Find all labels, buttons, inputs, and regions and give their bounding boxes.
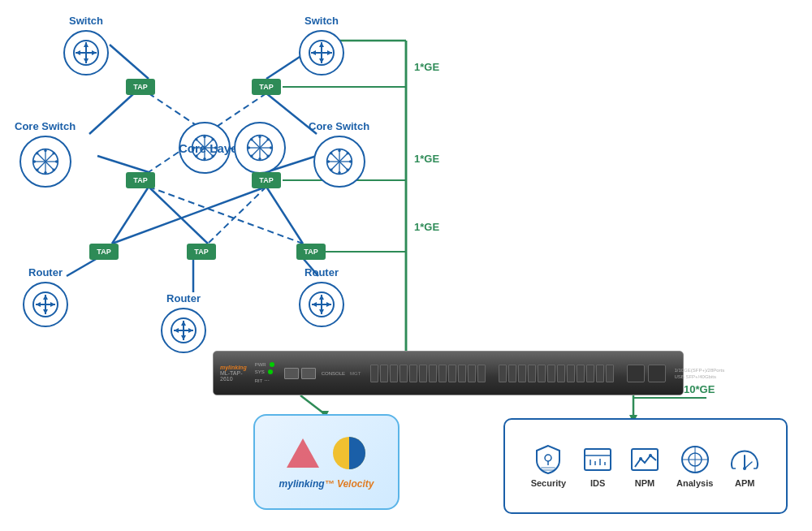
svg-line-26	[300, 395, 325, 414]
switch-right-icon	[299, 30, 344, 76]
rj45-ports	[284, 368, 316, 379]
sfp-port	[438, 365, 447, 382]
sfp-port	[429, 365, 437, 382]
svg-point-91	[248, 146, 250, 149]
port-labels: 1/10GE(SFP+)/28Ports USB SFP+/40Gbits	[674, 368, 724, 379]
svg-point-89	[258, 136, 261, 138]
svg-line-24	[149, 187, 303, 244]
tool-security: Security	[531, 444, 566, 488]
tap5: TAP	[89, 244, 119, 260]
router-left-label: Router	[28, 266, 63, 278]
tap4: TAP	[252, 172, 281, 188]
ge-label-3: 1*GE	[414, 221, 439, 233]
core-layer-node: Core Layer	[179, 122, 286, 174]
sfp-port	[577, 365, 585, 382]
svg-point-96	[250, 155, 253, 158]
switch-left-node: Switch	[63, 15, 109, 76]
sfp-port	[528, 365, 536, 382]
velocity-icons	[285, 435, 368, 472]
svg-point-52	[32, 160, 35, 162]
sfp-port	[547, 365, 555, 382]
sfp-port	[499, 365, 507, 382]
svg-point-63	[338, 149, 340, 152]
apm-icon	[729, 444, 760, 475]
ge-label-2: 1*GE	[414, 153, 439, 165]
svg-point-70	[330, 169, 332, 171]
sfp-port	[409, 365, 417, 382]
apm-label: APM	[735, 478, 754, 488]
svg-point-57	[36, 169, 38, 171]
svg-point-56	[52, 152, 54, 154]
svg-line-16	[149, 187, 208, 244]
mgt-label: MGT	[350, 371, 361, 376]
svg-line-13	[97, 156, 149, 172]
velocity-box: mylinking™ Velocity	[253, 414, 400, 510]
svg-point-64	[338, 171, 340, 174]
sfp-port	[400, 365, 408, 382]
tool-apm: APM	[729, 444, 760, 488]
svg-point-94	[267, 155, 270, 158]
svg-point-53	[54, 160, 57, 162]
tap3: TAP	[126, 172, 155, 188]
npm-label: NPM	[635, 478, 654, 488]
svg-line-17	[112, 187, 266, 244]
core-layer-label: Core Layer	[179, 141, 242, 155]
router-center-node: Router	[161, 292, 206, 353]
router-center-label: Router	[166, 292, 201, 304]
sfp-port	[458, 365, 466, 382]
router-right-label: Router	[304, 266, 339, 278]
port-label-bottom: USB SFP+/40Gbits	[674, 374, 724, 379]
core-layer-icon2	[234, 122, 286, 174]
sfp-port	[567, 365, 575, 382]
sfp-ports-2	[499, 365, 614, 382]
sfp-port	[596, 365, 604, 382]
svg-point-95	[267, 138, 270, 140]
svg-point-90	[258, 158, 261, 160]
svg-point-131	[639, 457, 642, 460]
sfp-port	[390, 365, 398, 382]
svg-point-76	[203, 136, 205, 138]
svg-point-132	[649, 454, 652, 457]
svg-point-81	[212, 155, 214, 158]
rj45-port-2	[301, 368, 316, 379]
analysis-label: Analysis	[676, 478, 713, 488]
appliance-brand: mylinking ML-TAP-2610	[220, 365, 247, 382]
switch-left-icon	[63, 30, 109, 76]
sfp-port	[557, 365, 565, 382]
velocity-triangle-icon	[285, 435, 322, 472]
leds: PWR SYS RIT ···	[255, 362, 274, 384]
sfp-port	[468, 365, 476, 382]
qsfp-ports	[627, 365, 666, 382]
sfp-port	[508, 365, 516, 382]
svg-line-19	[67, 258, 97, 276]
qsfp-port-2	[648, 365, 666, 382]
svg-point-66	[348, 160, 351, 162]
sfp-port	[477, 365, 486, 382]
sfp-port	[538, 365, 546, 382]
svg-rect-124	[585, 449, 611, 470]
console-label: CONSOLE	[322, 371, 345, 376]
svg-point-139	[743, 467, 746, 470]
svg-rect-123	[541, 469, 555, 471]
velocity-label: mylinking™ Velocity	[279, 478, 374, 490]
router-left-icon	[23, 282, 68, 327]
svg-marker-118	[287, 438, 319, 468]
tap2: TAP	[252, 79, 281, 95]
rj45-port-1	[284, 368, 299, 379]
tools-box: Security IDS NPM Analysis	[503, 418, 788, 514]
tool-analysis: Analysis	[676, 444, 713, 488]
tap1: TAP	[126, 79, 155, 95]
switch-right-node: Switch	[299, 15, 344, 76]
svg-point-120	[545, 455, 551, 461]
svg-line-11	[89, 93, 134, 134]
sfp-port	[380, 365, 388, 382]
router-right-node: Router	[299, 266, 344, 327]
svg-line-18	[266, 187, 303, 244]
pwr-led	[270, 362, 274, 367]
svg-point-93	[250, 138, 253, 140]
svg-point-77	[203, 158, 205, 160]
switch-left-label: Switch	[69, 15, 103, 27]
svg-line-9	[110, 45, 149, 79]
core-switch-left-icon	[19, 136, 71, 188]
core-switch-right-label: Core Switch	[309, 120, 369, 132]
